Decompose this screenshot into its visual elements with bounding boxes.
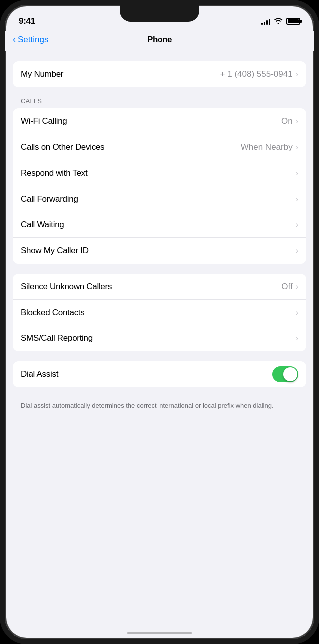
dial-assist-footer: Dial assist automatically determines the… (5, 397, 314, 410)
blocked-contacts-label: Blocked Contacts (21, 308, 296, 318)
silence-unknown-callers-value: Off (281, 282, 292, 292)
wifi-calling-row[interactable]: Wi-Fi Calling On › (13, 108, 306, 134)
show-my-caller-id-chevron-icon: › (296, 246, 298, 255)
call-waiting-chevron-icon: › (296, 220, 298, 229)
back-label: Settings (18, 35, 48, 45)
settings-content: My Number + 1 (408) 555-0941 › CALLS Wi-… (5, 51, 314, 639)
calls-other-devices-label: Calls on Other Devices (21, 142, 241, 152)
status-icons (261, 17, 300, 26)
call-forwarding-label: Call Forwarding (21, 194, 296, 204)
silence-unknown-callers-chevron-icon: › (296, 282, 298, 291)
respond-with-text-label: Respond with Text (21, 168, 296, 178)
battery-icon (286, 18, 300, 25)
sms-call-reporting-chevron-icon: › (296, 334, 298, 343)
call-forwarding-row[interactable]: Call Forwarding › (13, 186, 306, 212)
dial-assist-group: Dial Assist (13, 361, 306, 387)
notch (120, 5, 199, 22)
my-number-label: My Number (21, 69, 220, 79)
sms-call-reporting-label: SMS/Call Reporting (21, 333, 296, 343)
silence-unknown-callers-row[interactable]: Silence Unknown Callers Off › (13, 274, 306, 300)
toggle-thumb (283, 367, 297, 381)
wifi-calling-label: Wi-Fi Calling (21, 116, 281, 126)
calls-group: Wi-Fi Calling On › Calls on Other Device… (13, 108, 306, 264)
silence-unknown-callers-label: Silence Unknown Callers (21, 282, 281, 292)
home-indicator[interactable] (127, 632, 192, 634)
calls-other-devices-chevron-icon: › (296, 143, 298, 152)
call-waiting-row[interactable]: Call Waiting › (13, 212, 306, 238)
page-title: Phone (147, 35, 172, 45)
back-chevron-icon: ‹ (13, 34, 16, 45)
calls-other-devices-value: When Nearby (241, 142, 293, 152)
my-number-chevron-icon: › (296, 70, 298, 79)
calls-other-devices-row[interactable]: Calls on Other Devices When Nearby › (13, 134, 306, 160)
phone-frame: 9:41 ‹ Se (0, 0, 319, 644)
dial-assist-toggle[interactable] (272, 366, 298, 382)
my-number-value: + 1 (408) 555-0941 (220, 69, 293, 79)
nav-bar: ‹ Settings Phone (5, 31, 314, 51)
signal-icon (261, 18, 270, 25)
wifi-calling-chevron-icon: › (296, 117, 298, 126)
screen-content: ‹ Settings Phone My Number + 1 (408) 555… (5, 31, 314, 639)
blocked-contacts-row[interactable]: Blocked Contacts › (13, 300, 306, 325)
blocked-contacts-chevron-icon: › (296, 308, 298, 317)
respond-with-text-chevron-icon: › (296, 169, 298, 178)
dial-assist-row[interactable]: Dial Assist (13, 361, 306, 387)
sms-call-reporting-row[interactable]: SMS/Call Reporting › (13, 325, 306, 351)
back-button[interactable]: ‹ Settings (13, 35, 48, 45)
calls-section-label: CALLS (5, 97, 314, 108)
privacy-group: Silence Unknown Callers Off › Blocked Co… (13, 274, 306, 351)
my-number-group: My Number + 1 (408) 555-0941 › (13, 61, 306, 87)
wifi-calling-value: On (281, 116, 293, 126)
call-forwarding-chevron-icon: › (296, 195, 298, 204)
my-number-row[interactable]: My Number + 1 (408) 555-0941 › (13, 61, 306, 87)
wifi-icon (274, 17, 283, 26)
call-waiting-label: Call Waiting (21, 220, 296, 230)
dial-assist-label: Dial Assist (21, 369, 272, 379)
show-my-caller-id-label: Show My Caller ID (21, 246, 296, 256)
status-time: 9:41 (19, 16, 35, 26)
respond-with-text-row[interactable]: Respond with Text › (13, 160, 306, 186)
show-my-caller-id-row[interactable]: Show My Caller ID › (13, 238, 306, 264)
